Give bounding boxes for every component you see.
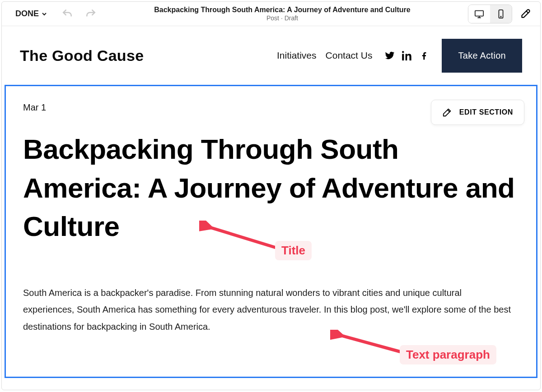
redo-button[interactable]: [85, 8, 97, 20]
twitter-icon[interactable]: [385, 51, 395, 60]
post-section[interactable]: Mar 1 EDIT SECTION Backpacking Through S…: [5, 85, 537, 378]
post-title[interactable]: Backpacking Through South America: A Jou…: [23, 130, 519, 246]
nav-contact[interactable]: Contact Us: [326, 50, 373, 61]
site-brand[interactable]: The Good Cause: [20, 47, 144, 65]
editor-topbar: DONE Backpacking Through South America: …: [2, 2, 540, 26]
brush-icon: [519, 8, 531, 20]
annotation-paragraph-label: Text paragraph: [400, 345, 496, 364]
edit-section-button[interactable]: EDIT SECTION: [431, 100, 524, 125]
done-button[interactable]: DONE: [15, 9, 48, 18]
svg-rect-0: [475, 10, 483, 16]
chevron-down-icon: [41, 10, 48, 18]
topbar-right: [468, 5, 532, 23]
linkedin-icon[interactable]: [402, 51, 412, 60]
cta-button[interactable]: Take Action: [442, 39, 522, 73]
facebook-icon[interactable]: [419, 51, 429, 60]
social-icons: [385, 51, 429, 60]
topbar-title: Backpacking Through South America: A Jou…: [97, 6, 468, 14]
style-brush-button[interactable]: [519, 7, 532, 21]
annotation-title-label: Title: [275, 241, 312, 260]
nav-links: Initiatives Contact Us: [277, 50, 372, 61]
redo-icon: [85, 8, 97, 20]
undo-button[interactable]: [61, 8, 73, 20]
edit-section-label: EDIT SECTION: [459, 108, 513, 116]
mobile-view-button[interactable]: [490, 5, 512, 23]
topbar-subtitle: Post · Draft: [97, 14, 468, 22]
nav-initiatives[interactable]: Initiatives: [277, 50, 317, 61]
undo-icon: [61, 8, 73, 20]
site-header: The Good Cause Initiatives Contact Us Ta…: [2, 26, 540, 85]
desktop-icon: [474, 9, 484, 19]
svg-point-4: [500, 16, 501, 17]
svg-line-6: [336, 334, 402, 352]
nav-area: Initiatives Contact Us Take Action: [277, 39, 522, 73]
done-label: DONE: [15, 9, 39, 18]
editor-frame: DONE Backpacking Through South America: …: [1, 1, 541, 390]
desktop-view-button[interactable]: [468, 5, 490, 23]
undo-redo-group: [61, 8, 97, 20]
topbar-center: Backpacking Through South America: A Jou…: [97, 6, 468, 22]
device-toggle: [468, 5, 512, 23]
topbar-left: DONE: [15, 8, 97, 20]
pencil-icon: [442, 107, 452, 117]
post-body[interactable]: South America is a backpacker's paradise…: [23, 285, 511, 336]
mobile-icon: [496, 9, 506, 19]
